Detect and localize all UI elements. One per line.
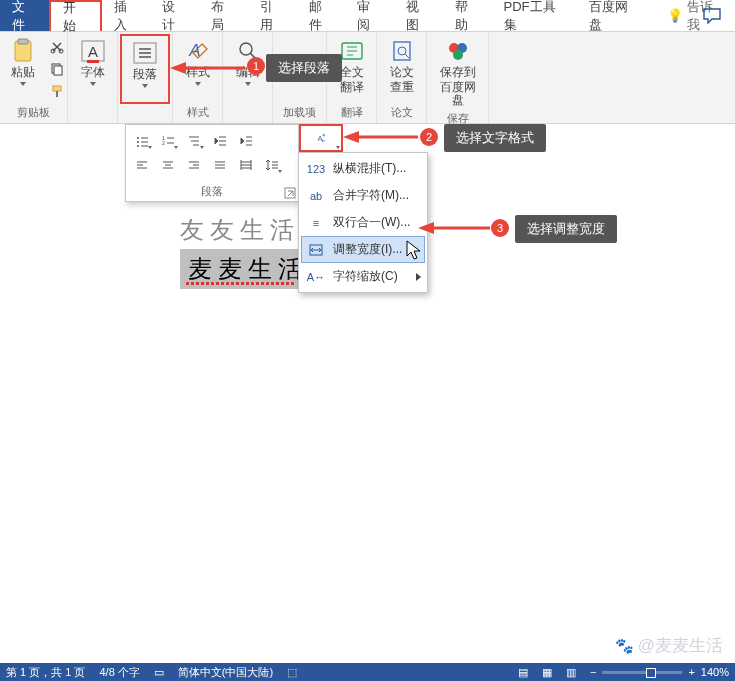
numbering-button[interactable]: 12 [156, 131, 180, 151]
group-thesis: 论文 查重 论文 [377, 32, 427, 123]
tab-tellme[interactable]: 💡 告诉我 [655, 0, 735, 31]
mi-label: 调整宽度(I)... [333, 241, 402, 258]
indent-inc-button[interactable] [234, 131, 258, 151]
svg-point-22 [137, 145, 139, 147]
comment-icon[interactable] [703, 8, 721, 27]
tab-review[interactable]: 审阅 [345, 0, 394, 31]
text-direction-menu: 123纵横混排(T)... ab合并字符(M)... ≡双行合一(W)... 调… [298, 152, 428, 293]
dialog-launcher-icon[interactable] [284, 187, 296, 199]
callout-2: 选择文字格式 [444, 124, 546, 152]
chevron-down-icon [336, 146, 340, 149]
thesis-l1: 论文 [390, 66, 414, 79]
status-lang[interactable]: 简体中文(中国大陆) [178, 665, 273, 680]
tab-baidu[interactable]: 百度网盘 [577, 0, 651, 31]
styles-group-label: 样式 [187, 103, 209, 123]
status-layout-icon[interactable]: ▭ [154, 666, 164, 679]
twolines-icon: ≡ [307, 217, 325, 229]
mi-char-scale[interactable]: A↔字符缩放(C) [301, 263, 425, 290]
zoom-control[interactable]: − + 140% [590, 666, 729, 678]
thesis-group-label: 论文 [391, 103, 413, 123]
tab-layout[interactable]: 布局 [199, 0, 248, 31]
multilevel-button[interactable] [182, 131, 206, 151]
svg-rect-7 [56, 91, 58, 97]
clipboard-group-label: 剪贴板 [17, 103, 50, 123]
chevron-down-icon [245, 82, 251, 86]
chevron-down-icon [20, 82, 26, 86]
paste-label: 粘贴 [11, 66, 35, 79]
group-baidusave: 保存到 百度网盘 保存 [427, 32, 489, 123]
tab-design[interactable]: 设计 [150, 0, 199, 31]
svg-point-21 [137, 141, 139, 143]
thesis-l2: 查重 [390, 81, 414, 94]
thesis-button[interactable]: 论文 查重 [381, 36, 423, 96]
align-dist-button[interactable] [234, 155, 258, 175]
tab-pdf[interactable]: PDF工具集 [492, 0, 578, 31]
submenu-arrow-icon [416, 273, 421, 281]
font-button[interactable]: A 字体 [72, 36, 114, 88]
svg-marker-30 [418, 222, 434, 234]
badge-2: 2 [420, 128, 438, 146]
tab-home[interactable]: 开始 [49, 0, 102, 31]
baidusave-l1: 保存到 [440, 66, 476, 79]
zoom-out-icon[interactable]: − [590, 666, 596, 678]
watermark-text: @麦麦生活 [638, 634, 723, 657]
spellcheck-squiggle [186, 282, 296, 285]
svg-point-16 [398, 47, 406, 55]
tab-insert[interactable]: 插入 [102, 0, 151, 31]
status-track-icon[interactable]: ⬚ [287, 666, 297, 679]
tab-strip: 文件 开始 插入 设计 布局 引用 邮件 审阅 视图 帮助 PDF工具集 百度网… [0, 0, 735, 32]
baidusave-l2: 百度网盘 [437, 81, 478, 107]
tab-help[interactable]: 帮助 [443, 0, 492, 31]
tab-mailings[interactable]: 邮件 [297, 0, 346, 31]
svg-marker-28 [170, 62, 186, 74]
svg-point-20 [137, 137, 139, 139]
svg-rect-1 [18, 39, 28, 44]
tab-view[interactable]: 视图 [394, 0, 443, 31]
zoom-value[interactable]: 140% [701, 666, 729, 678]
zoom-slider[interactable] [602, 671, 682, 674]
vert-horiz-icon: 123 [307, 163, 325, 175]
line-spacing-button[interactable] [260, 155, 284, 175]
group-paragraph: 段落 [118, 32, 173, 123]
group-font: A 字体 [68, 32, 118, 123]
view-read-icon[interactable]: ▤ [518, 666, 528, 679]
fulltrans-l2: 翻译 [340, 81, 364, 94]
svg-text:2: 2 [162, 140, 165, 146]
align-left-button[interactable] [130, 155, 154, 175]
zoom-in-icon[interactable]: + [688, 666, 694, 678]
svg-rect-5 [54, 66, 62, 75]
fulltrans-l1: 全文 [340, 66, 364, 79]
text-direction-button[interactable]: A [299, 124, 343, 152]
copy-button[interactable] [48, 60, 66, 78]
fulltrans-group-label: 翻译 [341, 103, 363, 123]
mi-combine[interactable]: ab合并字符(M)... [301, 182, 425, 209]
chevron-down-icon [142, 84, 148, 88]
mi-vert-horiz[interactable]: 123纵横混排(T)... [301, 155, 425, 182]
align-justify-button[interactable] [208, 155, 232, 175]
callout-3: 选择调整宽度 [515, 215, 617, 243]
bullets-button[interactable] [130, 131, 154, 151]
mi-twolines[interactable]: ≡双行合一(W)... [301, 209, 425, 236]
group-clipboard: 粘贴 剪贴板 [0, 32, 68, 123]
paragraph-button[interactable]: 段落 [124, 38, 166, 90]
view-print-icon[interactable]: ▦ [542, 666, 552, 679]
status-page: 第 1 页，共 1 页 [6, 665, 85, 680]
view-web-icon[interactable]: ▥ [566, 666, 576, 679]
badge-1: 1 [247, 57, 265, 75]
align-center-button[interactable] [156, 155, 180, 175]
tab-file[interactable]: 文件 [0, 0, 49, 31]
indent-dec-button[interactable] [208, 131, 232, 151]
chevron-down-icon [90, 82, 96, 86]
svg-text:A: A [87, 43, 97, 60]
format-painter-button[interactable] [48, 82, 66, 100]
align-right-button[interactable] [182, 155, 206, 175]
mi-label: 双行合一(W)... [333, 214, 410, 231]
baidusave-button[interactable]: 保存到 百度网盘 [433, 36, 482, 109]
tab-references[interactable]: 引用 [248, 0, 297, 31]
paste-button[interactable]: 粘贴 [2, 36, 44, 88]
svg-rect-10 [87, 60, 99, 63]
doc-line1: 友友生活 [180, 214, 300, 246]
cut-button[interactable] [48, 38, 66, 56]
chevron-down-icon [195, 82, 201, 86]
fit-width-icon [307, 244, 325, 256]
